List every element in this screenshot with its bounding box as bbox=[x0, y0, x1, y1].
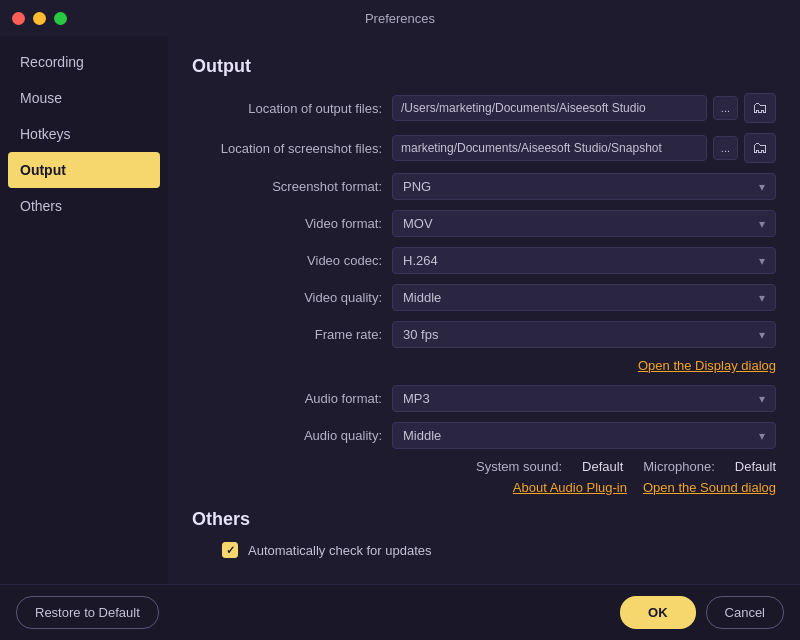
audio-format-row: Audio format: MP3 ▾ bbox=[192, 385, 776, 412]
cancel-button[interactable]: Cancel bbox=[706, 596, 784, 629]
frame-rate-control: 30 fps ▾ bbox=[392, 321, 776, 348]
sidebar-item-recording[interactable]: Recording bbox=[0, 44, 168, 80]
video-codec-row: Video codec: H.264 ▾ bbox=[192, 247, 776, 274]
screenshot-location-input[interactable]: marketing/Documents/Aiseesoft Studio/Sna… bbox=[392, 135, 707, 161]
restore-default-button[interactable]: Restore to Default bbox=[16, 596, 159, 629]
frame-rate-label: Frame rate: bbox=[192, 327, 392, 342]
maximize-button[interactable] bbox=[54, 12, 67, 25]
main-layout: Recording Mouse Hotkeys Output Others Ou… bbox=[0, 36, 800, 584]
auto-update-checkbox[interactable] bbox=[222, 542, 238, 558]
minimize-button[interactable] bbox=[33, 12, 46, 25]
video-quality-control: Middle ▾ bbox=[392, 284, 776, 311]
screenshot-location-folder-btn[interactable]: 🗂 bbox=[744, 133, 776, 163]
chevron-down-icon-4: ▾ bbox=[759, 291, 765, 305]
output-location-control: /Users/marketing/Documents/Aiseesoft Stu… bbox=[392, 93, 776, 123]
output-location-folder-btn[interactable]: 🗂 bbox=[744, 93, 776, 123]
audio-quality-dropdown[interactable]: Middle ▾ bbox=[392, 422, 776, 449]
video-quality-value: Middle bbox=[403, 290, 441, 305]
content-area: Output Location of output files: /Users/… bbox=[168, 36, 800, 584]
about-audio-plugin-link[interactable]: About Audio Plug-in bbox=[513, 480, 627, 495]
system-sound-label: System sound: bbox=[476, 459, 562, 474]
window-title: Preferences bbox=[365, 11, 435, 26]
video-quality-label: Video quality: bbox=[192, 290, 392, 305]
video-quality-row: Video quality: Middle ▾ bbox=[192, 284, 776, 311]
footer-right: OK Cancel bbox=[620, 596, 784, 629]
screenshot-location-row: Location of screenshot files: marketing/… bbox=[192, 133, 776, 163]
output-section-title: Output bbox=[192, 56, 776, 77]
audio-quality-control: Middle ▾ bbox=[392, 422, 776, 449]
footer: Restore to Default OK Cancel bbox=[0, 584, 800, 640]
sidebar: Recording Mouse Hotkeys Output Others bbox=[0, 36, 168, 584]
audio-format-dropdown[interactable]: MP3 ▾ bbox=[392, 385, 776, 412]
audio-quality-row: Audio quality: Middle ▾ bbox=[192, 422, 776, 449]
chevron-down-icon: ▾ bbox=[759, 180, 765, 194]
output-location-input[interactable]: /Users/marketing/Documents/Aiseesoft Stu… bbox=[392, 95, 707, 121]
title-bar: Preferences bbox=[0, 0, 800, 36]
folder-icon: 🗂 bbox=[752, 99, 768, 117]
sidebar-item-mouse[interactable]: Mouse bbox=[0, 80, 168, 116]
auto-update-row: Automatically check for updates bbox=[192, 542, 776, 558]
audio-quality-value: Middle bbox=[403, 428, 441, 443]
video-codec-control: H.264 ▾ bbox=[392, 247, 776, 274]
screenshot-format-control: PNG ▾ bbox=[392, 173, 776, 200]
microphone-label: Microphone: bbox=[643, 459, 715, 474]
video-codec-value: H.264 bbox=[403, 253, 438, 268]
screenshot-format-row: Screenshot format: PNG ▾ bbox=[192, 173, 776, 200]
sound-info-row: System sound: Default Microphone: Defaul… bbox=[192, 459, 776, 474]
chevron-down-icon-5: ▾ bbox=[759, 328, 765, 342]
microphone-value: Default bbox=[735, 459, 776, 474]
auto-update-label: Automatically check for updates bbox=[248, 543, 432, 558]
video-format-value: MOV bbox=[403, 216, 433, 231]
open-display-dialog-link[interactable]: Open the Display dialog bbox=[638, 358, 776, 373]
video-format-control: MOV ▾ bbox=[392, 210, 776, 237]
audio-quality-label: Audio quality: bbox=[192, 428, 392, 443]
system-sound-value: Default bbox=[582, 459, 623, 474]
ok-button[interactable]: OK bbox=[620, 596, 696, 629]
frame-rate-value: 30 fps bbox=[403, 327, 438, 342]
screenshot-format-dropdown[interactable]: PNG ▾ bbox=[392, 173, 776, 200]
audio-format-control: MP3 ▾ bbox=[392, 385, 776, 412]
chevron-down-icon-6: ▾ bbox=[759, 392, 765, 406]
screenshot-location-control: marketing/Documents/Aiseesoft Studio/Sna… bbox=[392, 133, 776, 163]
frame-rate-row: Frame rate: 30 fps ▾ bbox=[192, 321, 776, 348]
chevron-down-icon-3: ▾ bbox=[759, 254, 765, 268]
video-codec-dropdown[interactable]: H.264 ▾ bbox=[392, 247, 776, 274]
screenshot-format-value: PNG bbox=[403, 179, 431, 194]
video-format-label: Video format: bbox=[192, 216, 392, 231]
video-format-row: Video format: MOV ▾ bbox=[192, 210, 776, 237]
frame-rate-dropdown[interactable]: 30 fps ▾ bbox=[392, 321, 776, 348]
sidebar-item-output[interactable]: Output bbox=[8, 152, 160, 188]
screenshot-format-label: Screenshot format: bbox=[192, 179, 392, 194]
open-sound-dialog-link[interactable]: Open the Sound dialog bbox=[643, 480, 776, 495]
footer-left: Restore to Default bbox=[16, 596, 159, 629]
display-link-row: Open the Display dialog bbox=[192, 358, 776, 373]
chevron-down-icon-2: ▾ bbox=[759, 217, 765, 231]
audio-links-row: About Audio Plug-in Open the Sound dialo… bbox=[192, 480, 776, 495]
output-location-dots-btn[interactable]: ... bbox=[713, 96, 738, 120]
sidebar-item-hotkeys[interactable]: Hotkeys bbox=[0, 116, 168, 152]
close-button[interactable] bbox=[12, 12, 25, 25]
video-format-dropdown[interactable]: MOV ▾ bbox=[392, 210, 776, 237]
video-quality-dropdown[interactable]: Middle ▾ bbox=[392, 284, 776, 311]
output-location-row: Location of output files: /Users/marketi… bbox=[192, 93, 776, 123]
others-section-title: Others bbox=[192, 509, 776, 530]
sidebar-item-others[interactable]: Others bbox=[0, 188, 168, 224]
output-location-label: Location of output files: bbox=[192, 101, 392, 116]
chevron-down-icon-7: ▾ bbox=[759, 429, 765, 443]
audio-format-value: MP3 bbox=[403, 391, 430, 406]
folder-icon-2: 🗂 bbox=[752, 139, 768, 157]
audio-format-label: Audio format: bbox=[192, 391, 392, 406]
video-codec-label: Video codec: bbox=[192, 253, 392, 268]
screenshot-location-dots-btn[interactable]: ... bbox=[713, 136, 738, 160]
traffic-lights[interactable] bbox=[12, 12, 67, 25]
screenshot-location-label: Location of screenshot files: bbox=[192, 141, 392, 156]
